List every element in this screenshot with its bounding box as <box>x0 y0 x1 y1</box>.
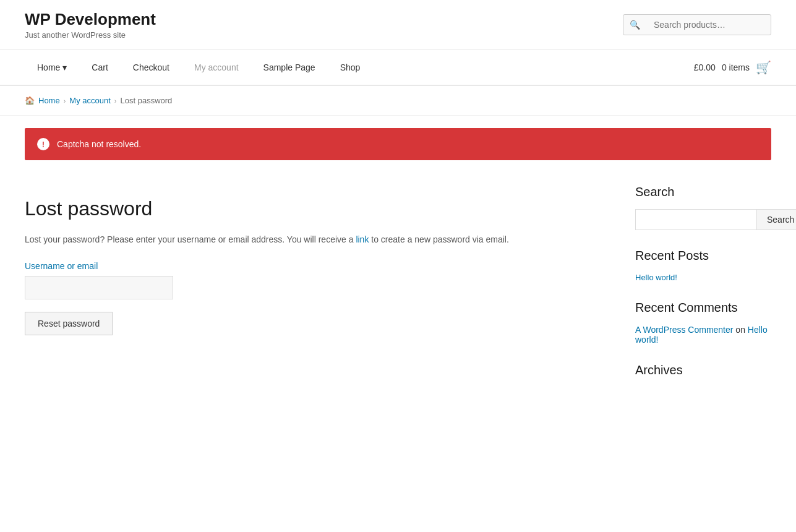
main-nav: Home ▾ Cart Checkout My account Sample P… <box>0 50 796 86</box>
nav-item-sample-page[interactable]: Sample Page <box>251 53 328 82</box>
nav-item-checkout[interactable]: Checkout <box>121 53 182 82</box>
description-link[interactable]: link <box>356 234 369 244</box>
alert-error: ! Captcha not resolved. <box>25 128 771 160</box>
content-area: Lost password Lost your password? Please… <box>25 185 598 396</box>
recent-posts-section: Recent Posts Hello world! <box>635 249 771 282</box>
cart-items-count: 0 items <box>722 62 750 72</box>
recent-post-hello-world[interactable]: Hello world! <box>635 273 771 282</box>
breadcrumb-current: Lost password <box>121 96 173 105</box>
site-tagline: Just another WordPress site <box>25 30 623 40</box>
product-search-form: 🔍 <box>623 14 771 35</box>
alert-error-message: Captcha not resolved. <box>57 139 141 149</box>
username-email-input[interactable] <box>25 276 173 299</box>
nav-links: Home ▾ Cart Checkout My account Sample P… <box>25 53 372 82</box>
cart-total: £0.00 <box>694 62 716 72</box>
recent-comment-item: A WordPress Commenter on Hello world! <box>635 325 771 345</box>
username-email-label: Username or email <box>25 261 598 271</box>
sidebar-search-button[interactable]: Search <box>757 209 796 230</box>
search-icon: 🔍 <box>623 15 646 35</box>
site-branding: WP Development Just another WordPress si… <box>25 10 623 40</box>
cart-total-area[interactable]: £0.00 0 items 🛒 <box>694 50 771 85</box>
nav-item-myaccount[interactable]: My account <box>182 53 251 82</box>
nav-item-cart[interactable]: Cart <box>79 53 120 82</box>
archives-section: Archives <box>635 363 771 377</box>
sidebar: Search Search Recent Posts Hello world! … <box>635 185 771 396</box>
breadcrumb-sep-1: › <box>64 97 66 105</box>
archives-title: Archives <box>635 363 771 377</box>
form-description: Lost your password? Please enter your us… <box>25 233 598 246</box>
alert-error-icon: ! <box>37 138 49 150</box>
breadcrumb-home[interactable]: Home <box>38 96 60 105</box>
product-search-input[interactable] <box>646 15 771 35</box>
home-icon: 🏠 <box>25 96 35 105</box>
recent-comments-section: Recent Comments A WordPress Commenter on… <box>635 301 771 345</box>
sidebar-search-form: Search <box>635 209 771 230</box>
recent-posts-title: Recent Posts <box>635 249 771 263</box>
reset-password-button[interactable]: Reset password <box>25 312 113 335</box>
sidebar-search-input[interactable] <box>635 209 757 230</box>
site-header: WP Development Just another WordPress si… <box>0 0 796 50</box>
comment-author-link[interactable]: A WordPress Commenter <box>635 325 733 335</box>
cart-icon: 🛒 <box>756 60 771 75</box>
site-title[interactable]: WP Development <box>25 10 623 29</box>
sidebar-search-section: Search Search <box>635 185 771 230</box>
breadcrumb-sep-2: › <box>114 97 117 105</box>
chevron-down-icon: ▾ <box>62 62 67 72</box>
nav-item-home[interactable]: Home ▾ <box>25 53 79 82</box>
sidebar-search-title: Search <box>635 185 771 199</box>
page-title: Lost password <box>25 197 598 220</box>
breadcrumb-myaccount[interactable]: My account <box>69 96 110 105</box>
main-container: Lost password Lost your password? Please… <box>0 173 796 408</box>
nav-item-shop[interactable]: Shop <box>328 53 373 82</box>
lost-password-form: Username or email Reset password <box>25 261 598 335</box>
username-email-group: Username or email <box>25 261 598 299</box>
recent-comments-title: Recent Comments <box>635 301 771 315</box>
breadcrumb: 🏠 Home › My account › Lost password <box>0 86 796 116</box>
